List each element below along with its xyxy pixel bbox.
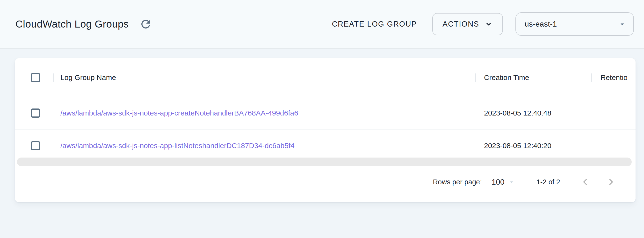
table-row: /aws/lambda/aws-sdk-js-notes-app-createN… — [15, 97, 636, 130]
row-cell-name: /aws/lambda/aws-sdk-js-notes-app-createN… — [53, 109, 475, 117]
topbar-divider — [510, 14, 510, 34]
header-cell-retention: Retentio — [591, 74, 636, 82]
column-header-creation-time: Creation Time — [484, 74, 529, 82]
chevron-down-icon — [484, 20, 493, 28]
header-cell-name: Log Group Name — [53, 74, 475, 82]
table-row: /aws/lambda/aws-sdk-js-notes-app-listNot… — [15, 130, 636, 162]
column-divider — [591, 74, 592, 82]
creation-time-value: 2023-08-05 12:40:20 — [484, 142, 552, 150]
log-group-link[interactable]: /aws/lambda/aws-sdk-js-notes-app-listNot… — [60, 142, 294, 150]
chevron-right-icon — [606, 177, 616, 187]
column-header-retention: Retentio — [600, 74, 628, 82]
region-select[interactable]: us-east-1 — [516, 12, 634, 36]
log-group-link[interactable]: /aws/lambda/aws-sdk-js-notes-app-createN… — [60, 109, 298, 117]
row-cell-creation-time: 2023-08-05 12:40:48 — [475, 109, 591, 117]
header-cell-creation-time: Creation Time — [475, 74, 591, 82]
column-divider — [53, 74, 54, 82]
region-select-value: us-east-1 — [524, 20, 618, 28]
page-title: CloudWatch Log Groups — [16, 18, 129, 30]
log-groups-card: Log Group Name Creation Time Retentio /a… — [15, 58, 636, 202]
column-header-log-group-name: Log Group Name — [60, 74, 116, 82]
rows-per-page-label: Rows per page: — [433, 178, 482, 186]
row-checkbox[interactable] — [31, 141, 40, 150]
caret-down-icon — [618, 20, 626, 28]
actions-button[interactable]: ACTIONS — [432, 13, 503, 35]
row-cell-name: /aws/lambda/aws-sdk-js-notes-app-listNot… — [53, 142, 475, 150]
row-checkbox[interactable] — [31, 108, 40, 118]
pagination-bar: Rows per page: 100 1-2 of 2 — [15, 170, 636, 194]
row-cell-creation-time: 2023-08-05 12:40:20 — [475, 142, 591, 150]
select-all-checkbox[interactable] — [31, 73, 40, 82]
table-header-row: Log Group Name Creation Time Retentio — [15, 58, 636, 97]
row-cell-select — [15, 141, 53, 150]
horizontal-scrollbar-thumb[interactable] — [17, 158, 632, 166]
pagination-range: 1-2 of 2 — [536, 178, 560, 186]
refresh-icon — [139, 18, 152, 31]
create-log-group-button[interactable]: CREATE LOG GROUP — [325, 16, 424, 33]
chevron-left-icon — [580, 177, 590, 187]
refresh-button[interactable] — [137, 16, 154, 33]
creation-time-value: 2023-08-05 12:40:48 — [484, 109, 552, 117]
row-cell-select — [15, 108, 53, 118]
actions-button-label: ACTIONS — [442, 20, 479, 28]
caret-down-icon — [508, 179, 515, 185]
rows-per-page-select[interactable]: 100 — [492, 178, 514, 186]
next-page-button[interactable] — [604, 175, 618, 189]
topbar: CloudWatch Log Groups CREATE LOG GROUP A… — [0, 0, 644, 48]
rows-per-page-value: 100 — [492, 178, 504, 186]
column-divider — [475, 74, 476, 82]
previous-page-button[interactable] — [578, 175, 592, 189]
header-cell-select — [15, 73, 53, 82]
